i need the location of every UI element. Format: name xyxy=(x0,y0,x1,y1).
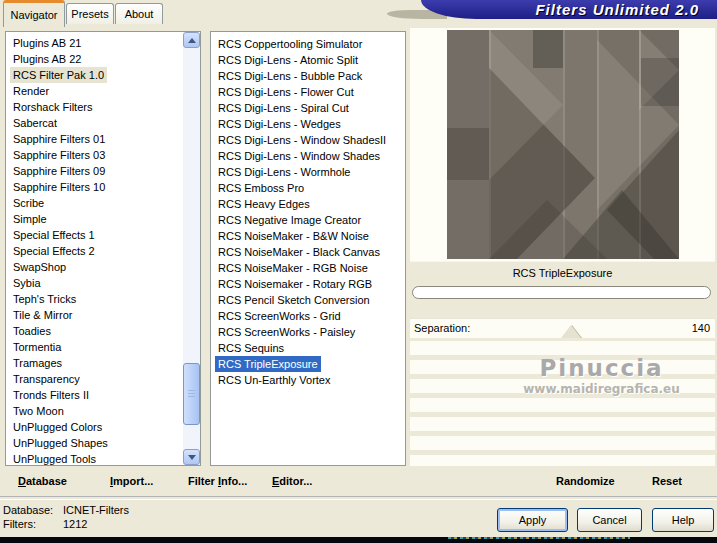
filter-item[interactable]: RCS Digi-Lens - Wedges xyxy=(215,116,344,132)
empty-param-row xyxy=(410,341,715,355)
empty-param-row xyxy=(410,398,715,412)
navigator-item[interactable]: Sapphire Filters 10 xyxy=(10,179,108,195)
tab-navigator[interactable]: Navigator xyxy=(3,0,65,27)
filter-item[interactable]: RCS Un-Earthly Vortex xyxy=(215,372,333,388)
navigator-item[interactable]: UnPlugged Shapes xyxy=(10,435,111,451)
filter-item[interactable]: RCS Coppertooling Simulator xyxy=(215,36,365,52)
navigator-item[interactable]: Transparency xyxy=(10,371,83,387)
filter-item[interactable]: RCS Sequins xyxy=(215,340,287,356)
scroll-down-icon xyxy=(188,455,196,460)
database-status-label: Database: xyxy=(3,503,63,517)
filter-item[interactable]: RCS Negative Image Creator xyxy=(215,212,364,228)
filter-item[interactable]: RCS Digi-Lens - Bubble Pack xyxy=(215,68,365,84)
navigator-item[interactable]: Special Effects 2 xyxy=(10,243,98,259)
filter-list: RCS Coppertooling SimulatorRCS Digi-Lens… xyxy=(210,31,406,466)
slider-thumb-icon[interactable] xyxy=(561,325,581,338)
filter-item[interactable]: RCS Digi-Lens - Flower Cut xyxy=(215,84,357,100)
parameter-rows xyxy=(410,341,715,466)
filter-item[interactable]: RCS Digi-Lens - Atomic Split xyxy=(215,52,361,68)
preview-area xyxy=(410,28,715,261)
separation-label: Separation: xyxy=(414,318,470,338)
navigator-item[interactable]: Sabercat xyxy=(10,115,60,131)
navigator-item[interactable]: Sapphire Filters 09 xyxy=(10,163,108,179)
filter-info-button[interactable]: Filter Info... xyxy=(188,466,247,496)
navigator-items: Plugins AB 21Plugins AB 22RCS Filter Pak… xyxy=(6,35,200,466)
preview-panel: RCS TripleExposure Separation: 140 Pinuc… xyxy=(408,27,715,466)
status-area: Database: ICNET-Filters Filters: 1212 xyxy=(3,503,129,531)
empty-param-row xyxy=(410,360,715,374)
filter-item[interactable]: RCS Emboss Pro xyxy=(215,180,307,196)
filters-count-value: 1212 xyxy=(63,517,87,531)
separation-slider[interactable]: Separation: 140 xyxy=(410,318,715,338)
filter-item[interactable]: RCS NoiseMaker - RGB Noise xyxy=(215,260,371,276)
filter-item[interactable]: RCS NoiseMaker - Black Canvas xyxy=(215,244,383,260)
navigator-item[interactable]: Teph's Tricks xyxy=(10,291,79,307)
navigator-item[interactable]: Rorshack Filters xyxy=(10,99,95,115)
navigator-item[interactable]: Special Effects 1 xyxy=(10,227,98,243)
navigator-item[interactable]: Sapphire Filters 03 xyxy=(10,147,108,163)
empty-param-row xyxy=(410,417,715,431)
bottom-strip-dots xyxy=(448,537,630,539)
filter-item[interactable]: RCS Digi-Lens - Window Shades xyxy=(215,148,383,164)
navigator-list: Plugins AB 21Plugins AB 22RCS Filter Pak… xyxy=(5,31,201,466)
navigator-scrollbar[interactable] xyxy=(183,32,200,465)
navigator-item[interactable]: Render xyxy=(10,83,52,99)
navigator-item[interactable]: UnPlugged Tools xyxy=(10,451,99,466)
filter-item[interactable]: RCS ScreenWorks - Grid xyxy=(215,308,344,324)
scroll-down-button[interactable] xyxy=(183,449,200,465)
navigator-item[interactable]: Tramages xyxy=(10,355,65,371)
title-banner: Filters Unlimited 2.0 xyxy=(421,0,717,19)
scroll-up-icon xyxy=(188,38,196,43)
navigator-item[interactable]: Plugins AB 21 xyxy=(10,35,85,51)
scroll-up-button[interactable] xyxy=(183,32,200,48)
navigator-item[interactable]: Plugins AB 22 xyxy=(10,51,85,67)
filters-unlimited-window: Navigator Presets About Filters Unlimite… xyxy=(0,0,717,543)
filter-item[interactable]: RCS NoiseMaker - B&W Noise xyxy=(215,228,372,244)
navigator-item[interactable]: SwapShop xyxy=(10,259,69,275)
filter-items: RCS Coppertooling SimulatorRCS Digi-Lens… xyxy=(211,36,405,388)
tab-bar: Navigator Presets About xyxy=(0,0,420,27)
navigator-item[interactable]: Two Moon xyxy=(10,403,67,419)
preview-caption: RCS TripleExposure xyxy=(410,261,715,285)
editor-button[interactable]: Editor... xyxy=(272,466,312,496)
filter-item[interactable]: RCS Noisemaker - Rotary RGB xyxy=(215,276,375,292)
preview-image xyxy=(447,30,679,259)
filters-count-label: Filters: xyxy=(3,517,63,531)
randomize-button[interactable]: Randomize xyxy=(556,466,615,496)
navigator-item[interactable]: RCS Filter Pak 1.0 xyxy=(10,67,107,83)
filter-item[interactable]: RCS Digi-Lens - Wormhole xyxy=(215,164,353,180)
reset-button[interactable]: Reset xyxy=(652,466,682,496)
tab-presets[interactable]: Presets xyxy=(66,3,114,24)
navigator-item[interactable]: Toadies xyxy=(10,323,54,339)
help-button[interactable]: Help xyxy=(652,508,714,532)
navigator-item[interactable]: Tile & Mirror xyxy=(10,307,75,323)
separation-value: 140 xyxy=(692,318,710,338)
filter-item[interactable]: RCS ScreenWorks - Paisley xyxy=(215,324,358,340)
filter-item[interactable]: RCS Digi-Lens - Window ShadesII xyxy=(215,132,389,148)
database-button[interactable]: Database xyxy=(18,466,67,496)
import-button[interactable]: Import... xyxy=(110,466,153,496)
window-title: Filters Unlimited 2.0 xyxy=(535,1,699,18)
navigator-item[interactable]: Scribe xyxy=(10,195,47,211)
action-bar: Database Import... Filter Info... Editor… xyxy=(0,466,717,496)
filter-item[interactable]: RCS Heavy Edges xyxy=(215,196,313,212)
apply-button[interactable]: Apply xyxy=(497,508,568,532)
filter-item[interactable]: RCS Digi-Lens - Spiral Cut xyxy=(215,100,352,116)
navigator-item[interactable]: Tronds Filters II xyxy=(10,387,92,403)
empty-param-row xyxy=(410,379,715,393)
cancel-button[interactable]: Cancel xyxy=(577,508,642,532)
divider xyxy=(0,496,717,500)
bottom-strip xyxy=(0,537,717,543)
navigator-item[interactable]: Sybia xyxy=(10,275,44,291)
navigator-item[interactable]: Sapphire Filters 01 xyxy=(10,131,108,147)
navigator-item[interactable]: Simple xyxy=(10,211,50,227)
filter-item[interactable]: RCS Pencil Sketch Conversion xyxy=(215,292,373,308)
database-status-value: ICNET-Filters xyxy=(63,503,129,517)
scrollbar-thumb[interactable] xyxy=(183,363,200,425)
navigator-item[interactable]: UnPlugged Colors xyxy=(10,419,105,435)
navigator-item[interactable]: Tormentia xyxy=(10,339,64,355)
tab-about[interactable]: About xyxy=(115,3,163,24)
empty-param-row xyxy=(410,436,715,450)
empty-param-row xyxy=(410,455,715,466)
filter-item[interactable]: RCS TripleExposure xyxy=(215,356,321,372)
